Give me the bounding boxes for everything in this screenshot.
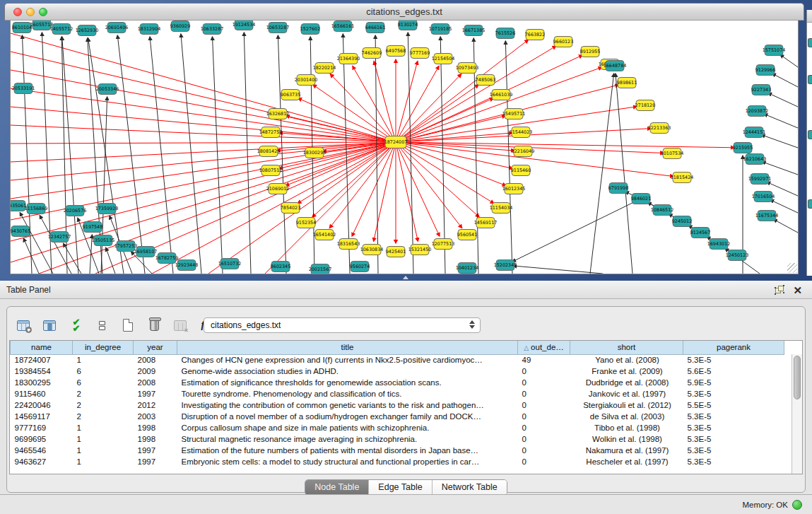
table-cell[interactable]: 6 <box>73 377 134 388</box>
memory-ok-indicator-icon[interactable] <box>792 500 802 510</box>
tab-node-table[interactable]: Node Table <box>305 480 369 495</box>
table-cell[interactable]: 1 <box>73 445 134 456</box>
table-cell[interactable]: 9699695 <box>11 433 73 445</box>
network-view-window[interactable]: citations_edges.txt 12216049115440231549… <box>4 3 804 278</box>
table-cell[interactable]: 5.3E-5 <box>683 354 784 366</box>
table-cell[interactable]: 18724007 <box>11 354 73 366</box>
table-row[interactable]: 1456911722003Disruption of a novel membe… <box>11 411 784 422</box>
window-close-button[interactable] <box>13 8 22 16</box>
table-cell[interactable]: 5.3E-5 <box>683 456 784 467</box>
table-cell[interactable]: Embryonic stem cells: a model to study s… <box>177 456 518 467</box>
background-window-sliver[interactable] <box>806 10 812 276</box>
table-cell[interactable]: Genome-wide association studies in ADHD. <box>177 366 518 377</box>
table-row[interactable]: 969969511998Structural magnetic resonanc… <box>11 433 784 445</box>
table-header-row[interactable]: namein_degreeyeartitle△out_de…shortpager… <box>11 341 784 354</box>
table-row[interactable]: 1938455462009Genome-wide association stu… <box>11 366 784 377</box>
table-row[interactable]: 1830029562008Estimation of significance … <box>11 377 784 388</box>
table-cell[interactable]: 5.3E-5 <box>683 445 784 456</box>
table-cell[interactable]: 6 <box>73 366 134 377</box>
table-cell[interactable]: 1998 <box>134 422 177 433</box>
column-header-pagerank[interactable]: pagerank <box>683 341 784 354</box>
table-cell[interactable]: 19384554 <box>11 366 73 377</box>
scrollbar-thumb[interactable] <box>794 356 801 399</box>
table-cell[interactable]: 1 <box>73 433 134 445</box>
table-cell[interactable]: Hescheler et al. (1997) <box>570 456 683 467</box>
table-cell[interactable]: 0 <box>518 445 570 456</box>
table-cell[interactable]: 1997 <box>134 445 177 456</box>
table-cell[interactable]: Nakamura et al. (1997) <box>570 445 683 456</box>
table-cell[interactable]: 5.3E-5 <box>683 411 784 422</box>
table-cell[interactable]: 2 <box>73 411 134 422</box>
table-vertical-scrollbar[interactable] <box>792 354 802 474</box>
table-cell[interactable]: Jankovic et al. (1997) <box>570 388 683 399</box>
table-cell[interactable]: 9463627 <box>11 456 73 467</box>
table-cell[interactable]: 0 <box>518 366 570 377</box>
table-cell[interactable]: Yano et al. (2008) <box>570 354 683 366</box>
splitter-handle-icon[interactable] <box>403 276 408 279</box>
table-cell[interactable]: 5.3E-5 <box>683 388 784 399</box>
table-cell[interactable]: Tourette syndrome. Phenomenology and cla… <box>177 388 518 399</box>
table-cell[interactable]: 0 <box>518 422 570 433</box>
table-cell[interactable]: 1 <box>73 422 134 433</box>
table-cell[interactable]: 5.3E-5 <box>683 422 784 433</box>
show-rows-button[interactable] <box>93 316 111 334</box>
table-cell[interactable]: 49 <box>518 354 570 366</box>
table-cell[interactable]: 2008 <box>134 377 177 388</box>
table-cell[interactable]: de Silva et al. (2003) <box>570 411 683 422</box>
column-header-name[interactable]: name <box>11 341 73 354</box>
close-panel-icon[interactable]: ✕ <box>793 286 802 295</box>
table-row[interactable]: 2242004622012Investigating the contribut… <box>11 399 784 411</box>
network-graph-svg[interactable]: 1221604911544023154957111646103974850631… <box>11 21 799 274</box>
table-row[interactable]: 946362711997Embryonic stem cells: a mode… <box>11 456 784 467</box>
table-cell[interactable]: 0 <box>518 388 570 399</box>
table-cell[interactable]: 1997 <box>134 388 177 399</box>
table-cell[interactable]: Estimation of the future numbers of pati… <box>177 445 518 456</box>
canvas-resize-grip[interactable] <box>787 263 797 273</box>
tab-network-table[interactable]: Network Table <box>433 480 507 495</box>
panel-splitter[interactable] <box>0 275 812 281</box>
table-selector-combobox[interactable]: citations_edges.txt <box>204 317 481 333</box>
table-cell[interactable]: 2003 <box>134 411 177 422</box>
window-zoom-button[interactable] <box>39 8 47 16</box>
table-cell[interactable]: Structural magnetic resonance image aver… <box>177 433 518 445</box>
table-cell[interactable]: 18300295 <box>11 377 73 388</box>
table-cell[interactable]: 1997 <box>134 456 177 467</box>
table-cell[interactable]: 9465546 <box>11 445 73 456</box>
table-settings-button[interactable] <box>14 316 33 334</box>
table-cell[interactable]: 0 <box>518 399 570 411</box>
table-cell[interactable]: 0 <box>518 433 570 445</box>
table-cell[interactable]: 14569117 <box>11 411 73 422</box>
table-row[interactable]: 977716911998Corpus callosum shape and si… <box>11 422 784 433</box>
table-cell[interactable]: 0 <box>518 411 570 422</box>
table-cell[interactable]: Dudbridge et al. (2008) <box>570 377 683 388</box>
select-all-columns-button[interactable]: ✔✔ <box>66 316 85 334</box>
show-columns-button[interactable] <box>40 316 59 334</box>
new-table-button[interactable] <box>119 316 137 334</box>
table-cell[interactable]: 22420046 <box>11 399 73 411</box>
float-panel-icon[interactable] <box>775 286 784 295</box>
table-cell[interactable]: Disruption of a novel member of a sodium… <box>177 411 518 422</box>
network-canvas[interactable]: 1221604911544023154957111646103974850631… <box>10 21 799 274</box>
table-cell[interactable]: Corpus callosum shape and size in male p… <box>177 422 518 433</box>
table-cell[interactable]: 2008 <box>134 354 177 366</box>
delete-table-button[interactable] <box>145 316 163 334</box>
table-cell[interactable]: 9777169 <box>11 422 73 433</box>
table-cell[interactable]: 5.9E-5 <box>683 377 784 388</box>
table-cell[interactable]: 5.6E-5 <box>683 366 784 377</box>
column-header-in_degree[interactable]: in_degree <box>73 341 134 354</box>
table-cell[interactable]: 2 <box>73 388 134 399</box>
column-header-short[interactable]: short <box>570 341 683 354</box>
table-cell[interactable]: 1 <box>73 456 134 467</box>
table-cell[interactable]: Stergiakouli et al. (2012) <box>570 399 683 411</box>
table-cell[interactable]: 9115460 <box>11 388 73 399</box>
tab-edge-table[interactable]: Edge Table <box>369 480 432 495</box>
table-cell[interactable]: 2012 <box>134 399 177 411</box>
table-cell[interactable]: Tibbo et al. (1998) <box>570 422 683 433</box>
table-cell[interactable]: Wolkin et al. (1998) <box>570 433 683 445</box>
table-cell[interactable]: 5.5E-5 <box>683 399 784 411</box>
table-row[interactable]: 911546021997Tourette syndrome. Phenomeno… <box>11 388 784 399</box>
network-window-titlebar[interactable]: citations_edges.txt <box>4 3 804 21</box>
table-cell[interactable]: Changes of HCN gene expression and I(f) … <box>177 354 518 366</box>
table-row[interactable]: 946554611997Estimation of the future num… <box>11 445 784 456</box>
table-cell[interactable]: Estimation of significance thresholds fo… <box>177 377 518 388</box>
